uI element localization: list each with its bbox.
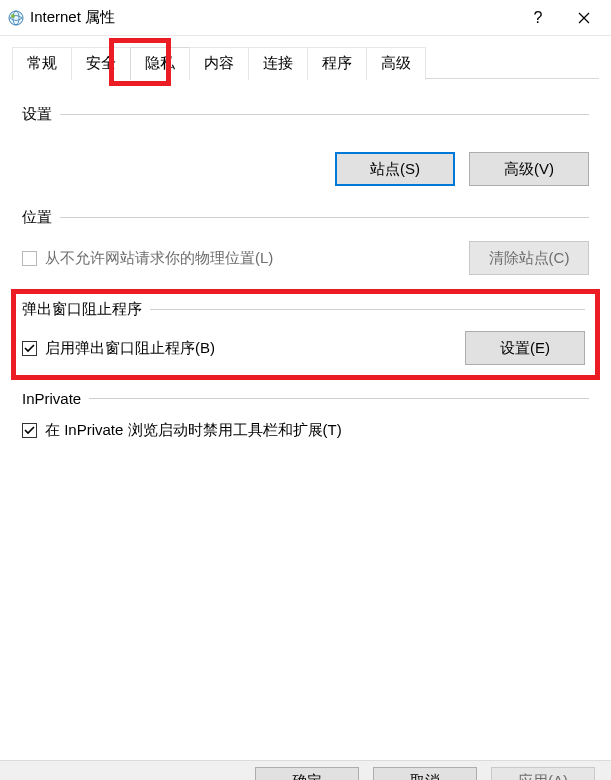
- inprivate-disable-toolbars-checkbox[interactable]: [22, 423, 37, 438]
- cancel-button[interactable]: 取消: [373, 767, 477, 780]
- popup-blocker-enable-label: 启用弹出窗口阻止程序(B): [45, 339, 215, 358]
- group-header-inprivate: InPrivate: [22, 390, 589, 407]
- divider: [89, 398, 589, 399]
- group-label: InPrivate: [22, 390, 89, 407]
- clear-sites-button[interactable]: 清除站点(C): [469, 241, 589, 275]
- window-title: Internet 属性: [30, 8, 115, 27]
- group-label: 位置: [22, 208, 60, 227]
- group-header-settings: 设置: [22, 105, 589, 124]
- tab-strip: 常规 安全 隐私 内容 连接 程序 高级: [0, 36, 611, 79]
- tab-general[interactable]: 常规: [12, 47, 72, 80]
- tab-advanced[interactable]: 高级: [366, 47, 426, 80]
- svg-point-2: [11, 14, 15, 18]
- location-never-allow-checkbox[interactable]: [22, 251, 37, 266]
- tab-connections[interactable]: 连接: [248, 47, 308, 80]
- check-icon: [24, 343, 35, 354]
- popup-blocker-settings-button[interactable]: 设置(E): [465, 331, 585, 365]
- ok-button[interactable]: 确定: [255, 767, 359, 780]
- tab-programs[interactable]: 程序: [307, 47, 367, 80]
- group-header-location: 位置: [22, 208, 589, 227]
- tab-privacy[interactable]: 隐私: [130, 47, 190, 80]
- divider: [60, 217, 589, 218]
- annotation-highlight-popup-blocker: 弹出窗口阻止程序 启用弹出窗口阻止程序(B) 设置(E): [11, 289, 600, 380]
- inprivate-disable-toolbars-label: 在 InPrivate 浏览启动时禁用工具栏和扩展(T): [45, 421, 342, 440]
- check-icon: [24, 425, 35, 436]
- tab-panel-privacy: 设置 站点(S) 高级(V) 位置 从不允许网站请求你的物理位置(L) 清除站点…: [0, 79, 611, 440]
- close-icon: [578, 12, 590, 24]
- tab-security[interactable]: 安全: [71, 47, 131, 80]
- close-button[interactable]: [561, 3, 607, 33]
- apply-button[interactable]: 应用(A): [491, 767, 595, 780]
- group-label: 设置: [22, 105, 60, 124]
- help-button[interactable]: ?: [515, 3, 561, 33]
- popup-blocker-enable-checkbox[interactable]: [22, 341, 37, 356]
- internet-options-icon: [8, 10, 24, 26]
- divider: [150, 309, 585, 310]
- sites-button[interactable]: 站点(S): [335, 152, 455, 186]
- dialog-footer: 确定 取消 应用(A): [0, 760, 611, 780]
- svg-point-0: [9, 11, 23, 25]
- title-bar: Internet 属性 ?: [0, 0, 611, 36]
- group-label: 弹出窗口阻止程序: [22, 300, 150, 319]
- location-never-allow-label: 从不允许网站请求你的物理位置(L): [45, 249, 273, 268]
- divider: [60, 114, 589, 115]
- advanced-button[interactable]: 高级(V): [469, 152, 589, 186]
- group-header-popup-blocker: 弹出窗口阻止程序: [22, 300, 585, 319]
- tab-content[interactable]: 内容: [189, 47, 249, 80]
